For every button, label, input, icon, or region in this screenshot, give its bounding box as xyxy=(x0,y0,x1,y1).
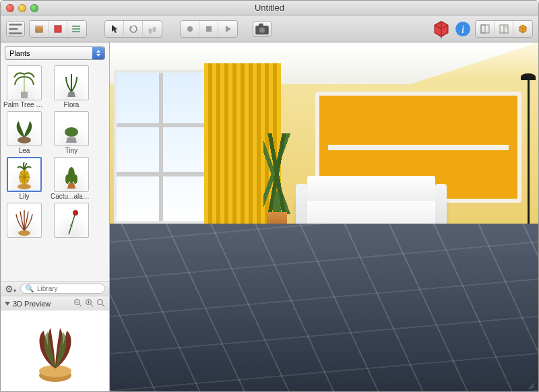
library-item[interactable]: Lily xyxy=(3,157,45,200)
svg-point-20 xyxy=(18,137,31,143)
svg-line-38 xyxy=(102,304,105,306)
info-button[interactable]: i xyxy=(455,21,471,37)
svg-rect-1 xyxy=(36,26,42,28)
scene-floor xyxy=(110,224,538,391)
svg-point-4 xyxy=(72,28,73,30)
search-icon: 🔍 xyxy=(25,284,34,293)
edit-mode-group xyxy=(104,20,162,38)
library-utility-bar: ⚙▾ 🔍 xyxy=(1,281,109,296)
svg-line-28 xyxy=(69,213,75,234)
library-item[interactable]: Palm Tree High xyxy=(3,65,45,108)
toolbar: i xyxy=(1,15,538,42)
svg-point-3 xyxy=(72,26,73,27)
svg-text:i: i xyxy=(462,23,465,36)
dropdown-arrows-icon xyxy=(92,47,104,59)
item-label: Lily xyxy=(3,193,45,200)
app-window: Untitled i xyxy=(0,0,539,392)
svg-point-22 xyxy=(18,184,31,189)
window-controls xyxy=(6,4,38,12)
library-item[interactable]: Cactu...alahari xyxy=(51,157,92,200)
record-group xyxy=(180,20,238,38)
svg-line-31 xyxy=(80,304,82,306)
preview-object xyxy=(25,317,86,385)
svg-point-11 xyxy=(259,27,265,32)
minimize-button[interactable] xyxy=(18,4,26,12)
svg-rect-2 xyxy=(55,26,61,32)
search-field[interactable]: 🔍 xyxy=(20,284,105,294)
stop-button[interactable] xyxy=(199,21,218,37)
toggle-sidebar-button[interactable] xyxy=(6,21,25,37)
svg-line-34 xyxy=(91,304,94,306)
preview-title: 3D Preview xyxy=(13,300,71,308)
svg-rect-16 xyxy=(481,25,485,33)
item-label: Cactu...alahari xyxy=(51,193,92,200)
svg-point-27 xyxy=(18,230,30,236)
svg-point-21 xyxy=(65,127,78,137)
zoom-button[interactable] xyxy=(30,4,38,12)
library-view-group xyxy=(29,20,87,38)
scene-window xyxy=(114,70,208,224)
svg-rect-12 xyxy=(259,23,263,26)
svg-point-37 xyxy=(98,299,103,304)
item-label: Lea xyxy=(3,147,45,154)
library-item[interactable]: Flora xyxy=(51,65,92,108)
svg-point-25 xyxy=(65,174,69,184)
snapshot-button[interactable] xyxy=(253,21,272,37)
svg-point-8 xyxy=(187,26,193,32)
library-item[interactable] xyxy=(51,203,92,238)
item-label: Flora xyxy=(51,101,92,108)
preview-header: 3D Preview xyxy=(1,296,109,311)
svg-point-7 xyxy=(153,27,156,32)
svg-point-29 xyxy=(73,210,78,216)
store-button[interactable] xyxy=(432,21,451,37)
record-button[interactable] xyxy=(181,21,199,37)
svg-rect-9 xyxy=(206,26,212,32)
svg-rect-18 xyxy=(21,92,28,98)
view-split-button[interactable] xyxy=(495,21,513,37)
play-button[interactable] xyxy=(218,21,237,37)
library-furniture-button[interactable] xyxy=(30,21,49,37)
svg-point-6 xyxy=(149,28,152,34)
library-grid: Palm Tree High Flora Lea Tiny Lily Cactu… xyxy=(1,64,109,281)
zoom-reset-button[interactable] xyxy=(96,298,105,309)
zoom-out-button[interactable] xyxy=(73,298,82,309)
item-label: Tiny xyxy=(51,147,92,154)
scene-floor-lamp xyxy=(528,77,530,238)
library-item[interactable]: Lea xyxy=(3,111,45,154)
viewport-3d[interactable] xyxy=(110,42,538,391)
rotate-tool-button[interactable] xyxy=(124,21,143,37)
gear-icon[interactable]: ⚙▾ xyxy=(5,284,16,294)
category-select[interactable]: Plants xyxy=(5,46,105,60)
disclosure-triangle-icon[interactable] xyxy=(5,302,10,306)
select-tool-button[interactable] xyxy=(105,21,124,37)
titlebar: Untitled xyxy=(1,1,538,15)
library-sidebar: Plants Palm Tree High Flora Lea Tiny Lil… xyxy=(1,42,110,391)
window-title: Untitled xyxy=(1,3,538,13)
zoom-in-button[interactable] xyxy=(85,298,94,309)
library-list-button[interactable] xyxy=(67,21,86,37)
svg-point-26 xyxy=(73,174,77,184)
svg-point-5 xyxy=(72,31,73,32)
walk-tool-button[interactable] xyxy=(143,21,162,37)
search-input[interactable] xyxy=(37,285,100,292)
preview-3d-pane[interactable] xyxy=(1,311,109,391)
library-item[interactable]: Tiny xyxy=(51,111,92,154)
item-label: Palm Tree High xyxy=(3,101,45,108)
scene-plant xyxy=(260,133,294,234)
view-mode-group xyxy=(475,20,533,38)
view-3d-button[interactable] xyxy=(513,21,532,37)
library-materials-button[interactable] xyxy=(49,21,67,37)
library-item[interactable] xyxy=(3,203,45,238)
svg-point-40 xyxy=(39,365,71,377)
resize-handle-icon[interactable] xyxy=(527,381,535,389)
close-button[interactable] xyxy=(6,4,14,12)
view-2d-button[interactable] xyxy=(476,21,495,37)
category-label: Plants xyxy=(9,49,30,57)
